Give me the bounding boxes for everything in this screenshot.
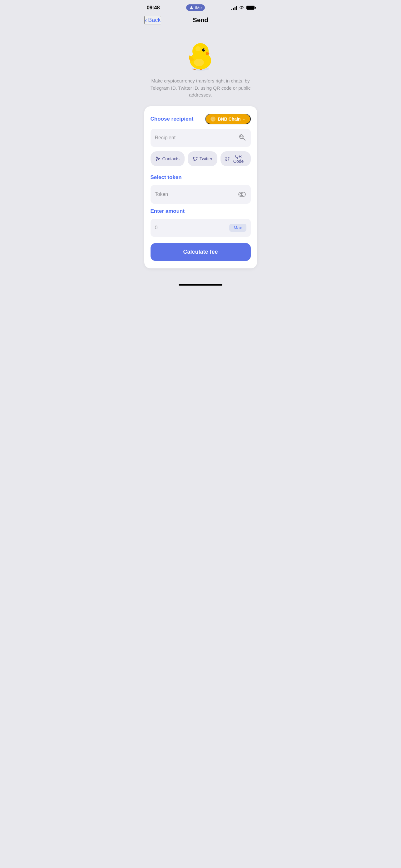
signal-bars-icon: [231, 6, 237, 10]
svg-text:⬡: ⬡: [211, 117, 214, 121]
amount-input-container[interactable]: 0 Max: [151, 219, 251, 237]
token-input[interactable]: Token: [151, 185, 251, 204]
nav-bar: ‹ Back Send: [139, 13, 262, 29]
svg-rect-19: [226, 159, 227, 160]
svg-line-11: [243, 138, 245, 140]
status-bar: 09:48 iMe: [139, 0, 262, 13]
select-token-title: Select token: [151, 174, 182, 180]
svg-point-5: [202, 49, 205, 52]
ime-logo-icon: [189, 6, 194, 10]
svg-point-10: [239, 135, 243, 138]
back-label: Back: [148, 17, 161, 24]
enter-amount-section: Enter amount: [151, 208, 251, 214]
duck-illustration: [182, 35, 219, 72]
chain-badge-label: BNB Chain: [218, 117, 240, 122]
twitter-icon: [193, 156, 198, 161]
svg-rect-21: [229, 159, 229, 160]
svg-point-4: [196, 46, 201, 51]
send-form-card: Choose recipient ⬡ BNB Chain ⌄ Recipient: [144, 106, 257, 269]
svg-marker-0: [190, 6, 193, 9]
home-indicator: [139, 278, 262, 289]
status-icons: [231, 6, 255, 10]
amount-value: 0: [155, 225, 158, 230]
svg-point-12: [240, 135, 242, 137]
bnb-chain-icon: ⬡: [210, 116, 216, 122]
svg-point-7: [194, 59, 204, 66]
page-title: Send: [193, 17, 208, 24]
recipient-input[interactable]: Recipient: [151, 129, 251, 147]
svg-point-24: [239, 192, 243, 196]
svg-rect-23: [229, 160, 229, 160]
status-time: 09:48: [147, 5, 160, 11]
home-bar: [179, 284, 222, 286]
calculate-fee-button[interactable]: Calculate fee: [151, 243, 251, 261]
status-center: iMe: [186, 4, 205, 11]
description-text: Make cryptocurrency transfers right in c…: [144, 78, 257, 99]
calculate-fee-label: Calculate fee: [183, 249, 218, 255]
wifi-icon: [239, 6, 244, 10]
main-content: Make cryptocurrency transfers right in c…: [139, 29, 262, 278]
svg-point-6: [204, 49, 205, 50]
contacts-icon: [156, 156, 161, 161]
qr-code-label: QR Code: [231, 154, 246, 164]
recipient-search-icon: [238, 134, 246, 142]
chain-selector-button[interactable]: ⬡ BNB Chain ⌄: [205, 114, 250, 124]
qr-code-icon: [226, 156, 230, 161]
recipient-placeholder: Recipient: [155, 135, 176, 141]
battery-icon: [246, 6, 255, 10]
qr-code-button[interactable]: QR Code: [221, 151, 251, 166]
back-button[interactable]: ‹ Back: [144, 16, 162, 24]
duck-illustration-container: [144, 35, 257, 72]
svg-rect-20: [228, 159, 229, 160]
ime-badge: iMe: [186, 4, 205, 11]
select-token-section: Select token: [151, 174, 251, 181]
svg-rect-22: [228, 160, 229, 160]
token-placeholder: Token: [155, 191, 168, 197]
contacts-label: Contacts: [162, 156, 179, 161]
contacts-button[interactable]: Contacts: [151, 151, 185, 166]
chain-chevron-icon: ⌄: [243, 117, 246, 121]
twitter-button[interactable]: Twitter: [188, 151, 218, 166]
choose-recipient-title: Choose recipient: [151, 116, 194, 122]
svg-point-3: [192, 43, 209, 59]
token-icon: [238, 190, 246, 199]
back-chevron-icon: ‹: [145, 17, 147, 24]
choose-recipient-header: Choose recipient ⬡ BNB Chain ⌄: [151, 114, 251, 124]
action-buttons-row: Contacts Twitter: [151, 151, 251, 166]
max-button-label: Max: [234, 225, 242, 230]
ime-badge-text: iMe: [195, 5, 202, 10]
svg-rect-17: [228, 157, 229, 158]
svg-rect-15: [226, 157, 227, 158]
twitter-label: Twitter: [200, 156, 212, 161]
enter-amount-title: Enter amount: [151, 208, 185, 214]
max-button[interactable]: Max: [229, 224, 246, 232]
